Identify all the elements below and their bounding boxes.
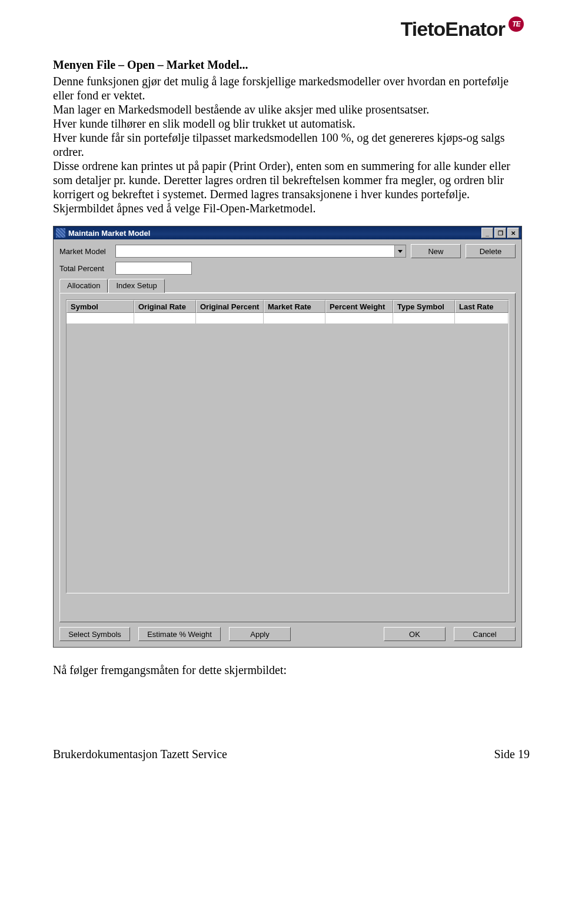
grid-header-row: Symbol Original Rate Original Percent Ma… bbox=[67, 300, 508, 313]
window-icon bbox=[56, 228, 65, 238]
grid-header[interactable]: Original Percent bbox=[196, 300, 264, 313]
grid-header[interactable]: Market Rate bbox=[264, 300, 325, 313]
body-paragraph: Skjermbildet åpnes ved å velge Fil-Open-… bbox=[53, 201, 530, 215]
tab-allocation[interactable]: Allocation bbox=[59, 279, 108, 293]
total-percent-label: Total Percent bbox=[59, 264, 115, 273]
titlebar[interactable]: Maintain Market Model _ ❐ ✕ bbox=[54, 226, 521, 239]
select-symbols-button[interactable]: Select Symbols bbox=[59, 627, 130, 641]
ok-button[interactable]: OK bbox=[384, 627, 446, 641]
delete-button[interactable]: Delete bbox=[466, 244, 516, 258]
market-model-dropdown[interactable] bbox=[115, 245, 406, 258]
footer-right: Side 19 bbox=[494, 748, 530, 761]
section-heading: Menyen File – Open – Market Model... bbox=[53, 58, 530, 72]
chevron-down-icon[interactable] bbox=[394, 245, 406, 257]
grid-header[interactable]: Original Rate bbox=[134, 300, 196, 313]
grid-header[interactable]: Symbol bbox=[67, 300, 134, 313]
minimize-button[interactable]: _ bbox=[481, 228, 493, 238]
body-paragraph: Disse ordrene kan printes ut på papir (P… bbox=[53, 159, 530, 201]
after-text: Nå følger fremgangsmåten for dette skjer… bbox=[53, 663, 530, 677]
restore-button[interactable]: ❐ bbox=[494, 228, 506, 238]
allocation-grid[interactable]: Symbol Original Rate Original Percent Ma… bbox=[66, 299, 509, 593]
body-paragraph: Man lager en Markedsmodell bestående av … bbox=[53, 102, 530, 116]
close-button[interactable]: ✕ bbox=[507, 228, 519, 238]
tab-index-setup[interactable]: Index Setup bbox=[108, 279, 164, 293]
dialog-bottom-toolbar: Select Symbols Estimate % Weight Apply O… bbox=[54, 622, 521, 647]
grid-header[interactable]: Type Symbol bbox=[393, 300, 455, 313]
estimate-weight-button[interactable]: Estimate % Weight bbox=[138, 627, 221, 641]
market-model-label: Market Model bbox=[59, 247, 115, 256]
grid-header[interactable]: Last Rate bbox=[455, 300, 508, 313]
tab-strip: Allocation Index Setup bbox=[59, 278, 516, 293]
dialog-window: Maintain Market Model _ ❐ ✕ Market Model… bbox=[53, 226, 522, 648]
total-percent-input[interactable] bbox=[115, 262, 192, 275]
brand-logo: TietoEnator TE bbox=[53, 18, 530, 41]
body-paragraph: Denne funksjonen gjør det mulig å lage f… bbox=[53, 74, 530, 102]
window-title: Maintain Market Model bbox=[68, 229, 150, 238]
body-paragraph: Hver kunde får sin portefølje tilpasset … bbox=[53, 131, 530, 159]
apply-button[interactable]: Apply bbox=[229, 627, 291, 641]
tab-panel-allocation: Symbol Original Rate Original Percent Ma… bbox=[59, 293, 516, 622]
grid-row[interactable] bbox=[67, 313, 508, 323]
new-button[interactable]: New bbox=[411, 244, 461, 258]
body-paragraph: Hver kunde tilhører en slik modell og bl… bbox=[53, 116, 530, 131]
page-footer: Brukerdokumentasjon Tazett Service Side … bbox=[53, 748, 530, 761]
logo-badge-icon: TE bbox=[508, 16, 524, 32]
grid-header[interactable]: Percent Weight bbox=[325, 300, 393, 313]
footer-left: Brukerdokumentasjon Tazett Service bbox=[53, 748, 227, 761]
logo-text: TietoEnator bbox=[401, 18, 505, 41]
cancel-button[interactable]: Cancel bbox=[454, 627, 516, 641]
